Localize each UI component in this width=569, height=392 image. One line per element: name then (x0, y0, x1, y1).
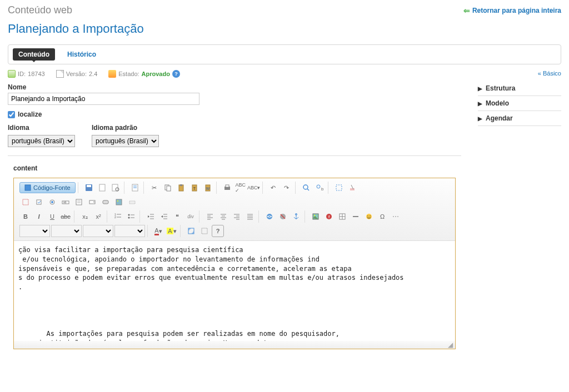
styles-select[interactable] (19, 225, 50, 237)
name-input[interactable] (8, 93, 199, 105)
size-select[interactable] (114, 225, 145, 237)
maximize-icon[interactable] (185, 225, 197, 237)
italic-icon[interactable]: I (33, 210, 45, 223)
preview-icon[interactable] (109, 182, 122, 194)
editor-content[interactable]: ção visa facilitar a importação para pes… (14, 241, 455, 341)
textfield-icon[interactable]: ab (59, 196, 72, 208)
scayt-icon[interactable]: ABC▾ (248, 182, 260, 194)
radio-icon[interactable] (46, 196, 58, 208)
about-icon[interactable]: ? (212, 225, 224, 237)
svg-rect-12 (180, 184, 182, 186)
textarea-icon[interactable] (73, 196, 85, 208)
underline-icon[interactable]: U (46, 210, 58, 223)
resize-handle[interactable]: ◢ (14, 341, 455, 349)
svg-rect-36 (116, 199, 122, 205)
basic-link[interactable]: « Básico (478, 70, 561, 77)
tab-history[interactable]: Histórico (62, 48, 102, 61)
numbered-list-icon[interactable]: 12 (112, 210, 124, 223)
svg-rect-25 (23, 199, 28, 205)
svg-rect-38 (129, 201, 135, 204)
pagebreak-icon[interactable] (390, 210, 402, 223)
specialchar-icon[interactable]: Ω (376, 210, 388, 223)
source-button[interactable]: Código-Fonte (19, 182, 76, 193)
link-icon[interactable] (263, 210, 276, 223)
creatediv-icon[interactable]: div (184, 210, 197, 223)
paste-text-icon[interactable]: T (188, 182, 201, 194)
paste-icon[interactable] (175, 182, 187, 194)
bgcolor-icon[interactable]: A▾ (166, 225, 178, 237)
status-value: Aprovado (142, 71, 170, 77)
replace-icon[interactable]: b (313, 182, 326, 194)
unlink-icon[interactable] (277, 210, 289, 223)
version-value: 2.4 (89, 71, 97, 77)
table-icon[interactable] (336, 210, 348, 223)
svg-text:ab: ab (63, 200, 67, 204)
format-select[interactable] (51, 225, 82, 237)
svg-rect-0 (25, 185, 31, 190)
form-icon[interactable] (19, 196, 32, 208)
svg-rect-2 (87, 185, 91, 187)
svg-point-21 (317, 185, 320, 188)
page-title: Planejando a Importação (8, 22, 561, 36)
smiley-icon[interactable] (363, 210, 375, 223)
editor-toolbar: Código-Fonte ✂ T (14, 178, 455, 241)
templates-icon[interactable] (129, 182, 141, 194)
sidebar-schedule[interactable]: ▶ Agendar (478, 111, 561, 126)
find-icon[interactable] (300, 182, 312, 194)
flash-icon[interactable]: f (323, 210, 335, 223)
cut-icon[interactable]: ✂ (148, 182, 161, 194)
save-icon[interactable] (83, 182, 95, 194)
tabs-container: Conteúdo Histórico (8, 44, 561, 64)
newpage-icon[interactable] (96, 182, 108, 194)
anchor-icon[interactable] (290, 210, 302, 223)
redo-icon[interactable]: ↷ (281, 182, 293, 194)
copy-icon[interactable] (162, 182, 174, 194)
svg-point-28 (51, 201, 53, 203)
default-lang-select[interactable]: português (Brasil) (92, 135, 159, 147)
superscript-icon[interactable]: x² (92, 210, 104, 223)
page-icon (56, 70, 64, 78)
svg-rect-18 (226, 185, 229, 187)
print-icon[interactable] (221, 182, 233, 194)
align-justify-icon[interactable] (244, 210, 256, 223)
outdent-icon[interactable] (144, 210, 157, 223)
checkbox-icon[interactable] (33, 196, 45, 208)
selectall-icon[interactable] (333, 182, 345, 194)
subscript-icon[interactable]: x₂ (79, 210, 91, 223)
svg-point-19 (303, 185, 308, 189)
sidebar-model[interactable]: ▶ Modelo (478, 96, 561, 111)
return-link[interactable]: ⇐ Retornar para página inteira (463, 6, 561, 15)
strike-icon[interactable]: abc (59, 210, 72, 223)
hr-icon[interactable] (350, 210, 362, 223)
sidebar-structure[interactable]: ▶ Estrutura (478, 81, 561, 96)
svg-rect-86 (202, 228, 207, 234)
bullet-list-icon[interactable] (125, 210, 137, 223)
spellcheck-icon[interactable]: ABC✓ (234, 182, 247, 194)
align-center-icon[interactable] (217, 210, 229, 223)
bold-icon[interactable]: B (19, 210, 32, 223)
caret-icon: ▶ (478, 115, 482, 122)
tab-content[interactable]: Conteúdo (13, 48, 55, 61)
image-icon[interactable] (310, 210, 322, 223)
textcolor-icon[interactable]: A▾ (152, 225, 164, 237)
localize-checkbox[interactable] (8, 111, 15, 118)
lang-select[interactable]: português (Brasil) (8, 135, 75, 147)
imagebutton-icon[interactable] (113, 196, 125, 208)
select-icon[interactable] (86, 196, 98, 208)
undo-icon[interactable]: ↶ (267, 182, 279, 194)
showblocks-icon[interactable] (198, 225, 211, 237)
indent-icon[interactable] (158, 210, 170, 223)
paste-word-icon[interactable]: W (202, 182, 214, 194)
button-icon[interactable] (99, 196, 112, 208)
back-arrow-icon: ⇐ (463, 6, 470, 15)
hiddenfield-icon[interactable] (126, 196, 138, 208)
svg-rect-10 (167, 186, 171, 191)
align-left-icon[interactable] (204, 210, 216, 223)
flag-icon (108, 70, 116, 78)
svg-point-83 (370, 215, 371, 217)
align-right-icon[interactable] (231, 210, 243, 223)
font-select[interactable] (83, 225, 113, 237)
removeformat-icon[interactable] (346, 182, 358, 194)
blockquote-icon[interactable]: ❝ (171, 210, 183, 223)
help-icon[interactable]: ? (172, 70, 180, 78)
